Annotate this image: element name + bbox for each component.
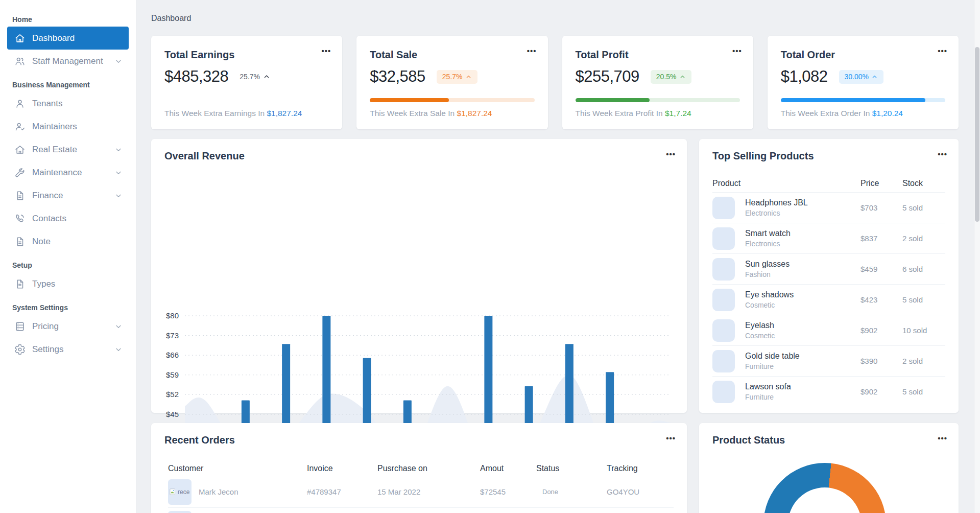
sidebar-item-staff-management[interactable]: Staff Management bbox=[7, 50, 129, 73]
svg-text:$45: $45 bbox=[166, 410, 179, 418]
product-row[interactable]: Eye shadowsCosmetic$4235 sold bbox=[712, 284, 945, 315]
sidebar-item-label: Tenants bbox=[32, 99, 63, 109]
ellipsis-menu-button[interactable]: ••• bbox=[732, 47, 742, 55]
product-stock: 2 sold bbox=[902, 234, 945, 243]
sidebar-item-pricing[interactable]: Pricing bbox=[7, 315, 129, 338]
product-thumbnail bbox=[712, 227, 735, 250]
ellipsis-menu-button[interactable]: ••• bbox=[666, 434, 676, 442]
sidebar-item-finance[interactable]: Finance bbox=[7, 184, 129, 207]
sidebar-item-dashboard[interactable]: Dashboard bbox=[7, 27, 129, 50]
stat-footer-amount: $1,20.24 bbox=[872, 109, 903, 118]
sidebar-item-tenants[interactable]: Tenants bbox=[7, 92, 129, 115]
product-price: $837 bbox=[861, 234, 902, 243]
chevron-down-icon bbox=[114, 345, 123, 354]
invoice-cell: #4789347 bbox=[307, 487, 377, 496]
chevron-down-icon bbox=[114, 169, 123, 177]
product-status-panel: Product Status ••• bbox=[699, 423, 959, 513]
column-amount: Amout bbox=[480, 464, 536, 473]
sidebar-item-maintenance[interactable]: Maintenance bbox=[7, 161, 129, 184]
product-category: Electronics bbox=[745, 209, 861, 217]
sidebar-item-label: Settings bbox=[32, 344, 63, 355]
product-price: $459 bbox=[861, 265, 902, 273]
ellipsis-menu-button[interactable]: ••• bbox=[321, 47, 331, 55]
sidebar-section-home: Home bbox=[0, 15, 136, 27]
sidebar-item-settings[interactable]: Settings bbox=[7, 338, 129, 361]
column-product: Product bbox=[712, 179, 861, 188]
ellipsis-menu-button[interactable]: ••• bbox=[666, 150, 676, 158]
product-row[interactable]: Sun glassesFashion$4596 sold bbox=[712, 253, 945, 284]
product-info: Eye shadowsCosmetic bbox=[745, 290, 861, 309]
sidebar-section-setup: Setup bbox=[0, 261, 136, 272]
product-name: Smart watch bbox=[745, 229, 861, 238]
customer-cell: rece Mark Jecon bbox=[168, 479, 307, 505]
stat-card-footer: This Week Extra Earnings In $1,827.24 bbox=[164, 109, 302, 118]
house-icon bbox=[14, 144, 26, 155]
stat-card-value: $32,585 bbox=[370, 67, 425, 86]
product-row[interactable]: Headphones JBLElectronics$7035 sold bbox=[712, 192, 945, 223]
breadcrumb[interactable]: Dashboard bbox=[151, 14, 191, 23]
tracking-cell: GO4YOU bbox=[607, 487, 674, 496]
stat-card-value: $485,328 bbox=[164, 67, 228, 86]
product-row[interactable]: Lawson sofaFurniture$9025 sold bbox=[712, 376, 945, 407]
ellipsis-menu-button[interactable]: ••• bbox=[527, 47, 537, 55]
ellipsis-menu-button[interactable]: ••• bbox=[938, 150, 947, 158]
sidebar: Home Dashboard Staff Management Business… bbox=[0, 0, 136, 513]
page-scrollbar-thumb[interactable] bbox=[975, 47, 979, 222]
order-row[interactable]: rece Mark Jecon #4789347 15 Mar 2022 $72… bbox=[168, 476, 674, 508]
svg-text:$59: $59 bbox=[166, 370, 179, 379]
users-icon bbox=[14, 56, 26, 67]
status-cell: Done bbox=[536, 488, 607, 496]
change-value: 25.7% bbox=[240, 73, 260, 81]
product-stock: 10 sold bbox=[902, 326, 945, 335]
product-name: Headphones JBL bbox=[745, 198, 861, 207]
product-category: Cosmetic bbox=[745, 301, 861, 309]
stat-card-total-order: Total Order ••• $1,082 30.00% This Week … bbox=[768, 36, 959, 129]
chevron-up-icon bbox=[679, 74, 686, 80]
sidebar-item-note[interactable]: Note bbox=[7, 230, 129, 253]
sidebar-item-label: Real Estate bbox=[32, 145, 77, 155]
avatar-alt-text: rece bbox=[178, 488, 189, 496]
sidebar-item-label: Finance bbox=[32, 191, 63, 201]
product-info: Sun glassesFashion bbox=[745, 260, 861, 278]
panel-title: Product Status bbox=[712, 434, 785, 446]
products-table-header: Product Price Stock bbox=[712, 179, 945, 188]
product-name: Eyelash bbox=[745, 321, 861, 330]
sidebar-item-label: Pricing bbox=[32, 321, 59, 332]
orders-table-body: rece Mark Jecon #4789347 15 Mar 2022 $72… bbox=[168, 476, 674, 513]
chevron-down-icon bbox=[114, 57, 123, 65]
product-row[interactable]: Smart watchElectronics$8372 sold bbox=[712, 223, 945, 253]
product-category: Cosmetic bbox=[745, 332, 861, 340]
ellipsis-menu-button[interactable]: ••• bbox=[938, 47, 947, 55]
overall-revenue-panel: Overall Revenue ••• $10$17$24$31$38$45$5… bbox=[151, 139, 687, 413]
document-icon bbox=[14, 278, 26, 290]
stat-card-total-earnings: Total Earnings ••• $485,328 25.7% This W… bbox=[151, 36, 342, 129]
change-badge: 25.7% bbox=[437, 70, 477, 84]
column-customer: Customer bbox=[168, 464, 307, 473]
sidebar-item-contacts[interactable]: Contacts bbox=[7, 207, 129, 230]
product-category: Furniture bbox=[745, 362, 861, 370]
broken-avatar-image bbox=[168, 511, 192, 513]
product-stock: 5 sold bbox=[902, 295, 945, 304]
recent-orders-panel: Recent Orders ••• Customer Invoice Pusrc… bbox=[151, 423, 687, 513]
purchase-date-cell: 15 Mar 2022 bbox=[377, 487, 480, 496]
svg-text:$73: $73 bbox=[166, 331, 179, 340]
change-value: 20.5% bbox=[656, 73, 677, 81]
ellipsis-menu-button[interactable]: ••• bbox=[938, 434, 947, 442]
page-scrollbar-track[interactable] bbox=[974, 0, 980, 513]
stat-card-value: $1,082 bbox=[781, 67, 828, 86]
sidebar-item-label: Maintenance bbox=[32, 168, 82, 178]
sidebar-item-real-estate[interactable]: Real Estate bbox=[7, 138, 129, 161]
product-row[interactable]: Gold side tableFurniture$3902 sold bbox=[712, 345, 945, 376]
order-row-clipped[interactable] bbox=[168, 508, 674, 513]
column-tracking: Tracking bbox=[607, 464, 674, 473]
home-icon bbox=[14, 33, 26, 44]
stat-card-footer: This Week Extra Profit In $1,7.24 bbox=[576, 109, 691, 118]
product-price: $902 bbox=[861, 326, 902, 335]
svg-text:$52: $52 bbox=[166, 390, 179, 399]
sidebar-item-maintainers[interactable]: Maintainers bbox=[7, 115, 129, 138]
product-row[interactable]: EyelashCosmetic$90210 sold bbox=[712, 315, 945, 345]
sidebar-item-types[interactable]: Types bbox=[7, 272, 129, 295]
change-badge: 30.00% bbox=[839, 70, 883, 84]
chevron-up-icon bbox=[871, 74, 878, 80]
person-check-icon bbox=[14, 121, 26, 132]
